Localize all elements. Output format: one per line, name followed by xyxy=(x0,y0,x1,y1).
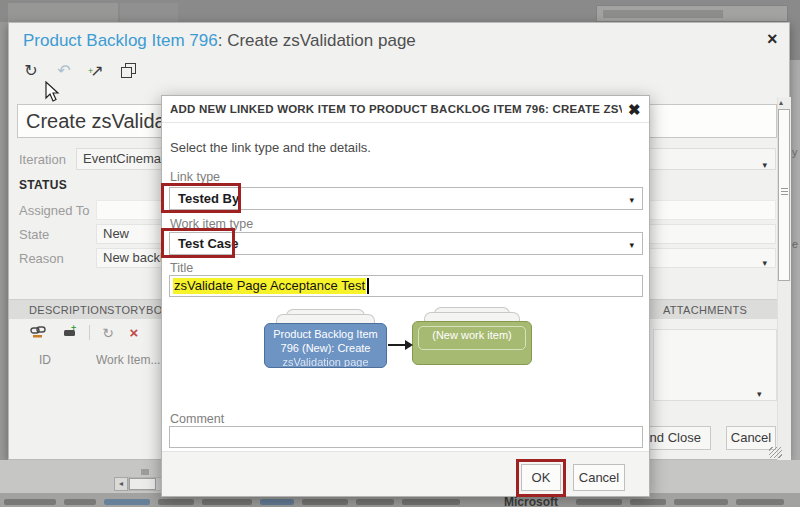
close-icon[interactable]: × xyxy=(767,29,778,50)
link-type-label: Link type xyxy=(170,170,220,184)
link-arrow xyxy=(388,344,406,346)
grid-column-id[interactable]: ID xyxy=(39,353,51,367)
comment-input[interactable] xyxy=(169,426,643,448)
footer-blur-bar xyxy=(260,499,294,505)
clipped-text-fragment: e xyxy=(792,238,798,250)
work-item-id-link[interactable]: Product Backlog Item 796 xyxy=(23,31,218,50)
mouse-cursor xyxy=(45,81,61,103)
link-new-work-item-icon[interactable]: ↗ + xyxy=(87,61,107,81)
vertical-scrollbar-thumb[interactable] xyxy=(778,109,790,281)
dialog-title-label: Title xyxy=(170,261,193,275)
comment-label: Comment xyxy=(170,412,224,426)
chevron-down-icon: ▾ xyxy=(629,195,634,205)
dialog-title-input[interactable]: zsValidate Page Acceptance Test xyxy=(169,275,643,297)
refresh-links-icon[interactable]: ↻ xyxy=(99,324,117,342)
chevron-down-icon: ▾ xyxy=(762,254,767,268)
footer-blur-bar xyxy=(674,499,728,505)
screen: y e Product Backlog Item 796: Create zsV… xyxy=(0,0,800,507)
title-separator: : xyxy=(218,31,227,50)
work-item-name: Create zsValidation page xyxy=(227,31,416,50)
text-caret xyxy=(367,278,369,294)
footer-blur-bar xyxy=(356,499,394,505)
assigned-to-label: Assigned To xyxy=(19,203,90,218)
link-arrow-head xyxy=(405,340,413,350)
status-section-header: STATUS xyxy=(19,178,67,192)
backdrop-tab xyxy=(120,3,178,22)
reason-label: Reason xyxy=(19,251,64,266)
splitter-handle[interactable] xyxy=(141,469,149,475)
dialog-close-icon[interactable]: ✖ xyxy=(628,101,641,119)
work-item-type-label: Work item type xyxy=(170,217,253,231)
footer-blur-bar xyxy=(736,499,784,505)
ok-button[interactable]: OK xyxy=(521,464,561,491)
delete-link-icon[interactable]: × xyxy=(125,324,143,342)
chevron-down-icon[interactable]: ▾ xyxy=(757,389,762,399)
state-label: State xyxy=(19,227,49,242)
add-link-icon[interactable] xyxy=(29,324,47,342)
link-diagram: Product Backlog Item 796 (New): Create z… xyxy=(162,301,649,411)
scroll-up-icon[interactable]: ▴ xyxy=(779,98,783,107)
resize-grip[interactable] xyxy=(769,447,782,458)
work-item-type-combo[interactable]: Test Case ▾ xyxy=(169,232,643,255)
footer-blur-bar xyxy=(104,499,150,505)
footer-blur-bar xyxy=(302,499,348,505)
footer-blur-bar xyxy=(630,499,666,505)
dialog-titlebar: ADD NEW LINKED WORK ITEM TO PRODUCT BACK… xyxy=(162,96,649,123)
scrollbar-grip xyxy=(781,188,788,195)
search-placeholder-smudge xyxy=(603,10,723,18)
page-top-bar xyxy=(0,0,800,22)
chevron-down-icon: ▾ xyxy=(629,240,634,250)
footer-blur-bar xyxy=(202,499,252,505)
footer-blur-bar xyxy=(64,499,96,505)
highlighted-title-text: zsValidate Page Acceptance Test xyxy=(173,278,366,294)
iteration-label: Iteration xyxy=(19,152,66,167)
dialog-title: ADD NEW LINKED WORK ITEM TO PRODUCT BACK… xyxy=(170,103,622,115)
chevron-down-icon: ▾ xyxy=(762,155,767,170)
source-node: Product Backlog Item 796 (New): Create z… xyxy=(264,323,387,368)
link-type-combo[interactable]: Tested By ▾ xyxy=(169,187,643,210)
grid-column-work-item[interactable]: Work Item... xyxy=(96,353,160,367)
dialog-intro-text: Select the link type and the details. xyxy=(170,140,371,155)
search-work-items-box xyxy=(596,5,788,22)
copy-work-item-icon[interactable] xyxy=(121,63,138,80)
dialog-cancel-button[interactable]: Cancel xyxy=(573,464,625,491)
backdrop-tab xyxy=(8,3,118,22)
toolbar-separator xyxy=(89,325,90,340)
footer-blur-bar xyxy=(576,499,622,505)
work-item-title: Product Backlog Item 796: Create zsValid… xyxy=(23,31,416,51)
refresh-icon[interactable]: ↻ xyxy=(21,61,41,81)
page-right-edge-dark xyxy=(790,22,800,60)
clipped-text-fragment: y xyxy=(792,146,798,158)
plus-badge-icon: + xyxy=(88,61,93,81)
tab-description[interactable]: DESCRIPTION xyxy=(23,300,113,320)
dialog-footer: OK Cancel xyxy=(162,451,649,496)
tab-attachments[interactable]: ATTACHMENTS xyxy=(657,300,753,320)
footer-blur-bar xyxy=(4,499,56,505)
svg-text:+: + xyxy=(71,324,76,333)
add-linked-work-item-dialog: ADD NEW LINKED WORK ITEM TO PRODUCT BACK… xyxy=(161,95,650,497)
scroll-left-icon[interactable]: ◂ xyxy=(114,477,128,491)
add-linked-item-icon[interactable]: + xyxy=(61,324,79,342)
undo-icon[interactable]: ↶ xyxy=(54,61,74,81)
footer-blur-bar xyxy=(158,499,194,505)
footer-blur-bar xyxy=(402,499,460,505)
horizontal-scrollbar-thumb[interactable] xyxy=(129,478,156,490)
target-node: (New work item) xyxy=(412,321,532,365)
